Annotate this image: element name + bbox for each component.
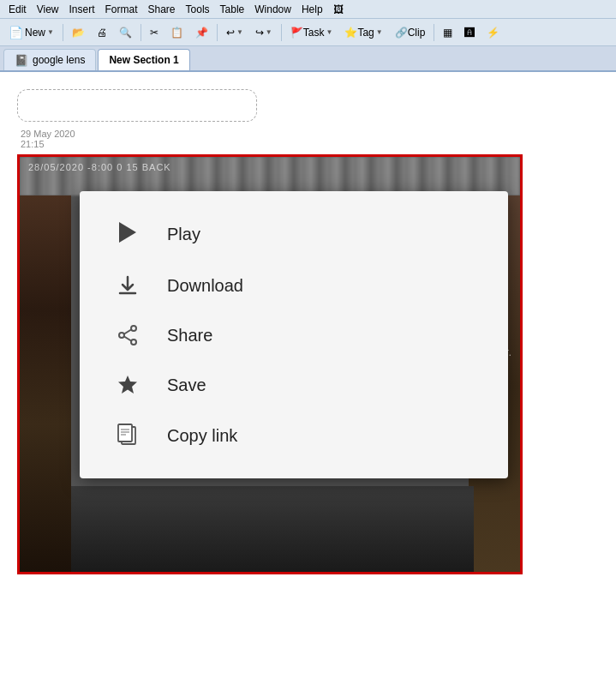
- table-icon: ▦: [443, 27, 452, 39]
- page-date: 29 May 2020: [21, 129, 599, 139]
- new-icon: 📄: [9, 26, 23, 39]
- tab-google-lens[interactable]: 📓 google lens: [3, 49, 96, 70]
- page-title-box[interactable]: [17, 89, 257, 122]
- image-top-text: 28/05/2020 -8:00 0 15 BACK: [28, 162, 171, 172]
- menu-share[interactable]: Share: [143, 2, 181, 17]
- page-datetime: 29 May 2020 21:15: [17, 129, 599, 149]
- extra-button[interactable]: ⚡: [481, 21, 505, 44]
- image-bg-left: [20, 195, 71, 574]
- sep-4: [281, 24, 282, 41]
- task-flag-icon: 🚩: [290, 27, 303, 39]
- tag-arrow: ▼: [376, 28, 383, 36]
- share-label: Share: [167, 326, 212, 346]
- menu-view[interactable]: View: [32, 2, 64, 17]
- tabsbar: 📓 google lens New Section 1: [0, 46, 616, 72]
- context-menu: Play Download: [80, 191, 508, 478]
- share-svg: [117, 324, 139, 346]
- clip-button[interactable]: 🔗 Clip: [390, 21, 431, 44]
- clip-icon: 🔗: [395, 27, 408, 39]
- open-icon: 📂: [72, 27, 85, 39]
- menu-insert[interactable]: Insert: [63, 2, 99, 17]
- paste-button[interactable]: 📌: [190, 21, 213, 44]
- svg-line-5: [124, 337, 131, 341]
- new-label: New: [25, 27, 45, 39]
- tab-new-section-1[interactable]: New Section 1: [98, 49, 189, 70]
- format-button[interactable]: 🅰: [459, 21, 480, 44]
- sep-2: [141, 24, 141, 41]
- tag-button[interactable]: ⭐ Tag ▼: [339, 21, 387, 44]
- svg-rect-8: [118, 424, 132, 442]
- context-menu-save[interactable]: Save: [80, 360, 508, 410]
- format-icon: 🅰: [464, 27, 475, 39]
- sep-1: [63, 24, 63, 41]
- task-arrow: ▼: [326, 28, 332, 36]
- cut-icon: ✂: [150, 27, 158, 39]
- cut-button[interactable]: ✂: [145, 21, 164, 44]
- context-menu-copy-link[interactable]: Copy link: [80, 410, 508, 461]
- sep-3: [217, 24, 218, 41]
- menu-window[interactable]: Window: [249, 2, 296, 17]
- tab-google-lens-label: google lens: [33, 54, 85, 66]
- redo-arrow: ▼: [266, 28, 272, 36]
- sep-5: [434, 24, 434, 41]
- redo-button[interactable]: ↪ ▼: [250, 21, 278, 44]
- play-triangle: [119, 222, 136, 247]
- svg-line-4: [124, 330, 131, 334]
- undo-icon: ↩: [226, 27, 235, 39]
- download-icon: [114, 274, 141, 297]
- task-label: Task: [303, 27, 325, 39]
- context-menu-download[interactable]: Download: [80, 261, 508, 310]
- star-icon: [114, 374, 141, 396]
- svg-point-1: [131, 326, 136, 331]
- menu-tools[interactable]: Tools: [181, 2, 215, 17]
- undo-button[interactable]: ↩ ▼: [221, 21, 248, 44]
- context-menu-play[interactable]: Play: [80, 208, 508, 261]
- paste-icon: 📌: [195, 27, 208, 39]
- tab-notebook-icon-1: 📓: [15, 54, 28, 67]
- star-svg: [117, 374, 139, 396]
- page-time: 21:15: [21, 139, 599, 149]
- play-label: Play: [167, 225, 200, 244]
- new-dropdown-arrow: ▼: [47, 28, 54, 36]
- image-bg-bottom: [71, 486, 474, 572]
- svg-point-3: [119, 333, 124, 338]
- menu-table[interactable]: Table: [215, 2, 250, 17]
- tag-star-icon: ⭐: [344, 27, 357, 39]
- open-button[interactable]: 📂: [67, 21, 90, 44]
- download-label: Download: [167, 276, 243, 296]
- save-label: Save: [167, 376, 206, 395]
- clip-label: Clip: [408, 27, 426, 39]
- menubar: Edit View Insert Format Share Tools Tabl…: [0, 0, 616, 19]
- menu-help[interactable]: Help: [296, 2, 328, 17]
- context-menu-share[interactable]: Share: [80, 310, 508, 360]
- search-button[interactable]: 🔍: [114, 21, 137, 44]
- menu-format[interactable]: Format: [100, 2, 143, 17]
- menu-edit[interactable]: Edit: [3, 2, 32, 17]
- copy-button[interactable]: 📋: [165, 21, 188, 44]
- copy-link-icon: [114, 424, 141, 448]
- copy-link-label: Copy link: [167, 426, 237, 446]
- toolbar: 📄 New ▼ 📂 🖨 🔍 ✂ 📋 📌 ↩ ▼ ↪ ▼ 🚩 Task ▼: [0, 19, 616, 46]
- tag-label: Tag: [357, 27, 374, 39]
- extra-icon: ⚡: [487, 27, 499, 39]
- svg-marker-6: [118, 376, 137, 394]
- download-svg: [117, 274, 139, 297]
- menu-appicon[interactable]: 🖼: [328, 2, 349, 17]
- copy-icon: 📋: [170, 27, 183, 39]
- tab-new-section-label: New Section 1: [109, 54, 178, 66]
- table-button[interactable]: ▦: [438, 21, 458, 44]
- search-icon: 🔍: [119, 27, 132, 39]
- note-image-area: 28/05/2020 -8:00 0 15 BACK ir. Play D: [17, 154, 523, 574]
- undo-arrow: ▼: [236, 28, 243, 36]
- copy-link-svg: [117, 424, 139, 448]
- task-button[interactable]: 🚩 Task ▼: [285, 21, 338, 44]
- svg-point-2: [131, 340, 136, 345]
- play-icon: [114, 222, 141, 247]
- print-button[interactable]: 🖨: [92, 21, 112, 44]
- print-icon: 🖨: [97, 27, 107, 39]
- page-content: 29 May 2020 21:15 28/05/2020 -8:00 0 15 …: [0, 72, 616, 673]
- new-button[interactable]: 📄 New ▼: [3, 21, 59, 44]
- share-icon: [114, 324, 141, 346]
- redo-icon: ↪: [255, 27, 264, 39]
